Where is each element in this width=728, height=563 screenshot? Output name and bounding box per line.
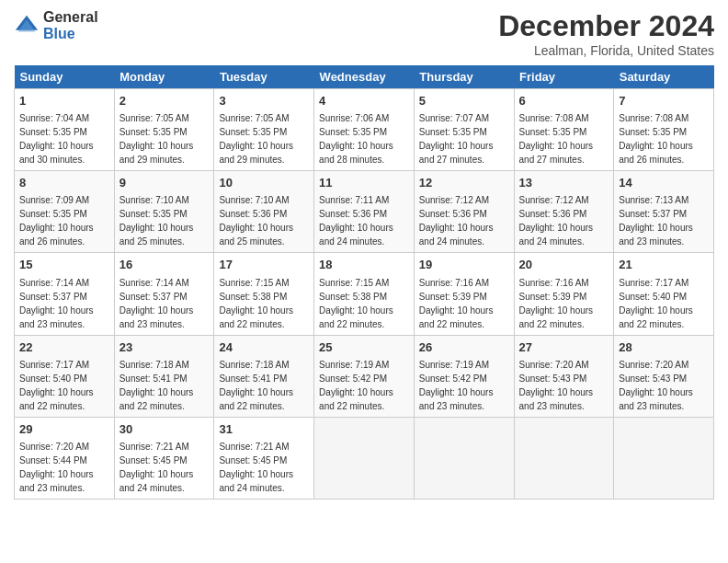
calendar-cell: 20Sunrise: 7:16 AM Sunset: 5:39 PM Dayli…	[514, 253, 614, 335]
calendar-cell: 7Sunrise: 7:08 AM Sunset: 5:35 PM Daylig…	[614, 89, 714, 171]
day-info: Sunrise: 7:19 AM Sunset: 5:42 PM Dayligh…	[319, 358, 409, 413]
calendar-cell	[514, 417, 614, 499]
day-info: Sunrise: 7:07 AM Sunset: 5:35 PM Dayligh…	[419, 111, 509, 167]
day-number: 19	[419, 257, 509, 273]
calendar-cell	[614, 417, 714, 499]
calendar-cell	[414, 417, 514, 499]
calendar-day-header: Friday	[514, 65, 614, 89]
calendar-table: SundayMondayTuesdayWednesdayThursdayFrid…	[14, 65, 714, 500]
day-info: Sunrise: 7:18 AM Sunset: 5:41 PM Dayligh…	[119, 358, 210, 413]
day-info: Sunrise: 7:20 AM Sunset: 5:44 PM Dayligh…	[19, 440, 109, 495]
day-number: 11	[319, 175, 409, 191]
day-number: 28	[619, 339, 709, 356]
day-number: 2	[119, 93, 210, 109]
day-info: Sunrise: 7:10 AM Sunset: 5:36 PM Dayligh…	[219, 193, 309, 248]
calendar-cell: 6Sunrise: 7:08 AM Sunset: 5:35 PM Daylig…	[514, 89, 614, 171]
calendar-cell: 25Sunrise: 7:19 AM Sunset: 5:42 PM Dayli…	[314, 335, 415, 417]
calendar-cell: 12Sunrise: 7:12 AM Sunset: 5:36 PM Dayli…	[414, 171, 514, 253]
day-info: Sunrise: 7:12 AM Sunset: 5:36 PM Dayligh…	[419, 193, 509, 248]
day-number: 22	[19, 339, 109, 356]
day-number: 16	[119, 257, 210, 273]
calendar-day-header: Tuesday	[214, 65, 314, 89]
day-number: 18	[319, 257, 409, 273]
calendar-day-header: Sunday	[15, 65, 115, 89]
calendar-cell: 27Sunrise: 7:20 AM Sunset: 5:43 PM Dayli…	[514, 335, 614, 417]
calendar-cell: 19Sunrise: 7:16 AM Sunset: 5:39 PM Dayli…	[414, 253, 514, 335]
calendar-cell: 21Sunrise: 7:17 AM Sunset: 5:40 PM Dayli…	[614, 253, 714, 335]
day-number: 23	[119, 339, 210, 356]
calendar-cell: 11Sunrise: 7:11 AM Sunset: 5:36 PM Dayli…	[314, 171, 415, 253]
logo-general-text: General	[43, 9, 98, 26]
calendar-day-header: Thursday	[414, 65, 514, 89]
day-info: Sunrise: 7:17 AM Sunset: 5:40 PM Dayligh…	[619, 276, 709, 331]
calendar-header-row: SundayMondayTuesdayWednesdayThursdayFrid…	[15, 65, 714, 89]
calendar-cell	[314, 417, 415, 499]
day-number: 24	[219, 339, 309, 356]
day-number: 7	[619, 93, 709, 109]
logo-icon	[14, 13, 40, 39]
day-number: 20	[519, 257, 609, 273]
calendar-cell: 30Sunrise: 7:21 AM Sunset: 5:45 PM Dayli…	[114, 417, 214, 499]
calendar-cell: 8Sunrise: 7:09 AM Sunset: 5:35 PM Daylig…	[15, 171, 115, 253]
day-number: 5	[419, 93, 509, 109]
calendar-cell: 26Sunrise: 7:19 AM Sunset: 5:42 PM Dayli…	[414, 335, 514, 417]
day-info: Sunrise: 7:08 AM Sunset: 5:35 PM Dayligh…	[519, 111, 609, 167]
calendar-day-header: Wednesday	[314, 65, 415, 89]
calendar-cell: 1Sunrise: 7:04 AM Sunset: 5:35 PM Daylig…	[15, 89, 115, 171]
day-info: Sunrise: 7:14 AM Sunset: 5:37 PM Dayligh…	[19, 276, 109, 331]
day-number: 8	[19, 175, 109, 191]
calendar-week-row: 22Sunrise: 7:17 AM Sunset: 5:40 PM Dayli…	[15, 335, 714, 417]
day-number: 27	[519, 339, 609, 356]
calendar-cell: 17Sunrise: 7:15 AM Sunset: 5:38 PM Dayli…	[214, 253, 314, 335]
day-number: 17	[219, 257, 309, 273]
logo: General Blue	[14, 9, 98, 41]
day-info: Sunrise: 7:09 AM Sunset: 5:35 PM Dayligh…	[19, 193, 109, 248]
day-number: 30	[119, 421, 210, 438]
day-number: 15	[19, 257, 109, 273]
month-title: December 2024	[498, 9, 714, 43]
day-number: 3	[219, 93, 309, 109]
day-info: Sunrise: 7:05 AM Sunset: 5:35 PM Dayligh…	[219, 111, 309, 167]
day-number: 10	[219, 175, 309, 191]
location-text: Lealman, Florida, United States	[498, 43, 714, 58]
day-info: Sunrise: 7:21 AM Sunset: 5:45 PM Dayligh…	[219, 440, 309, 495]
calendar-cell: 4Sunrise: 7:06 AM Sunset: 5:35 PM Daylig…	[314, 89, 415, 171]
calendar-cell: 3Sunrise: 7:05 AM Sunset: 5:35 PM Daylig…	[214, 89, 314, 171]
calendar-week-row: 15Sunrise: 7:14 AM Sunset: 5:37 PM Dayli…	[15, 253, 714, 335]
calendar-cell: 5Sunrise: 7:07 AM Sunset: 5:35 PM Daylig…	[414, 89, 514, 171]
calendar-cell: 16Sunrise: 7:14 AM Sunset: 5:37 PM Dayli…	[114, 253, 214, 335]
day-info: Sunrise: 7:14 AM Sunset: 5:37 PM Dayligh…	[119, 276, 210, 331]
day-info: Sunrise: 7:18 AM Sunset: 5:41 PM Dayligh…	[219, 358, 309, 413]
day-info: Sunrise: 7:17 AM Sunset: 5:40 PM Dayligh…	[19, 358, 109, 413]
logo-blue-text: Blue	[43, 26, 98, 42]
day-info: Sunrise: 7:11 AM Sunset: 5:36 PM Dayligh…	[319, 193, 409, 248]
day-info: Sunrise: 7:13 AM Sunset: 5:37 PM Dayligh…	[619, 193, 709, 248]
day-info: Sunrise: 7:16 AM Sunset: 5:39 PM Dayligh…	[419, 276, 509, 331]
calendar-cell: 13Sunrise: 7:12 AM Sunset: 5:36 PM Dayli…	[514, 171, 614, 253]
day-number: 9	[119, 175, 210, 191]
day-number: 29	[19, 421, 109, 438]
day-info: Sunrise: 7:10 AM Sunset: 5:35 PM Dayligh…	[119, 193, 210, 248]
calendar-week-row: 8Sunrise: 7:09 AM Sunset: 5:35 PM Daylig…	[15, 171, 714, 253]
day-info: Sunrise: 7:16 AM Sunset: 5:39 PM Dayligh…	[519, 276, 609, 331]
calendar-cell: 24Sunrise: 7:18 AM Sunset: 5:41 PM Dayli…	[214, 335, 314, 417]
day-info: Sunrise: 7:04 AM Sunset: 5:35 PM Dayligh…	[19, 111, 109, 167]
day-number: 4	[319, 93, 409, 109]
day-number: 1	[19, 93, 109, 109]
day-info: Sunrise: 7:21 AM Sunset: 5:45 PM Dayligh…	[119, 440, 210, 495]
day-number: 6	[519, 93, 609, 109]
title-area: December 2024 Lealman, Florida, United S…	[498, 9, 714, 58]
page-container: General Blue December 2024 Lealman, Flor…	[0, 0, 728, 504]
day-info: Sunrise: 7:15 AM Sunset: 5:38 PM Dayligh…	[219, 276, 309, 331]
header: General Blue December 2024 Lealman, Flor…	[14, 9, 714, 58]
day-info: Sunrise: 7:20 AM Sunset: 5:43 PM Dayligh…	[619, 358, 709, 413]
day-info: Sunrise: 7:20 AM Sunset: 5:43 PM Dayligh…	[519, 358, 609, 413]
day-info: Sunrise: 7:15 AM Sunset: 5:38 PM Dayligh…	[319, 276, 409, 331]
day-number: 31	[219, 421, 309, 438]
calendar-week-row: 1Sunrise: 7:04 AM Sunset: 5:35 PM Daylig…	[15, 89, 714, 171]
calendar-cell: 22Sunrise: 7:17 AM Sunset: 5:40 PM Dayli…	[15, 335, 115, 417]
day-number: 26	[419, 339, 509, 356]
calendar-day-header: Monday	[114, 65, 214, 89]
calendar-cell: 14Sunrise: 7:13 AM Sunset: 5:37 PM Dayli…	[614, 171, 714, 253]
day-info: Sunrise: 7:05 AM Sunset: 5:35 PM Dayligh…	[119, 111, 210, 167]
